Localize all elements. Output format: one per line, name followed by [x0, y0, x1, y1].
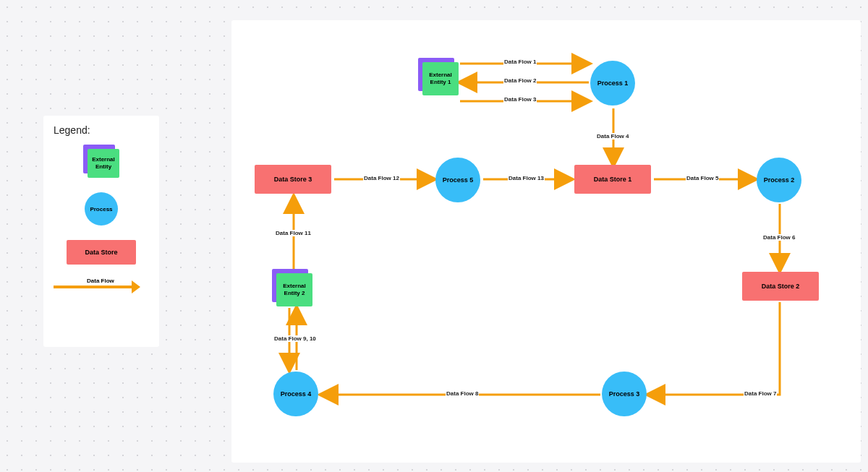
arrow-head-icon — [132, 280, 140, 293]
ds2-label: Data Store 2 — [762, 283, 800, 290]
node-process-4[interactable]: Process 4 — [273, 372, 318, 416]
legend-data-store: Data Store — [43, 240, 159, 265]
external-entity-icon: External Entity — [83, 145, 119, 178]
data-store-label: Data Store — [85, 249, 117, 256]
flow-label-2: Data Flow 2 — [503, 77, 537, 84]
p4-label: Process 4 — [281, 390, 312, 398]
flow-label-5: Data Flow 5 — [686, 175, 719, 181]
flow-label-9-10: Data Flow 9, 10 — [273, 335, 317, 342]
node-data-store-3[interactable]: Data Store 3 — [255, 165, 331, 194]
flow-label-7: Data Flow 7 — [744, 390, 777, 397]
node-process-1[interactable]: Process 1 — [590, 61, 635, 106]
arrow-line-icon — [54, 286, 133, 288]
legend-external-entity: External Entity — [43, 145, 159, 178]
process-label: Process — [90, 206, 112, 213]
external-entity-label: External Entity — [88, 149, 119, 178]
ee1-label: External Entity 1 — [422, 62, 459, 95]
process-icon: Process — [85, 192, 118, 226]
node-data-store-2[interactable]: Data Store 2 — [742, 272, 819, 301]
node-external-entity-2[interactable]: External Entity 2 — [272, 269, 315, 308]
ds1-label: Data Store 1 — [594, 176, 632, 183]
flow-label-13: Data Flow 13 — [508, 175, 545, 181]
node-external-entity-1[interactable]: External Entity 1 — [418, 58, 461, 97]
ee2-label: External Entity 2 — [276, 273, 312, 306]
node-process-2[interactable]: Process 2 — [757, 158, 801, 202]
legend-title: Legend: — [54, 124, 159, 136]
node-process-5[interactable]: Process 5 — [435, 158, 480, 202]
data-flow-label: Data Flow — [87, 278, 114, 284]
flow-label-11: Data Flow 11 — [275, 230, 312, 236]
flow-label-12: Data Flow 12 — [363, 175, 400, 181]
legend-data-flow: Data Flow — [54, 279, 149, 293]
flow-label-3: Data Flow 3 — [503, 96, 537, 103]
node-process-3[interactable]: Process 3 — [602, 372, 647, 416]
flow-label-1: Data Flow 1 — [503, 59, 537, 65]
legend-panel: Legend: External Entity Process Data Sto… — [43, 116, 159, 347]
flow-label-6: Data Flow 6 — [762, 234, 796, 241]
data-store-icon: Data Store — [67, 240, 136, 265]
page: Legend: External Entity Process Data Sto… — [0, 0, 868, 472]
p5-label: Process 5 — [443, 176, 474, 184]
p3-label: Process 3 — [609, 390, 640, 398]
flow-label-4: Data Flow 4 — [596, 133, 629, 140]
ds3-label: Data Store 3 — [274, 176, 312, 183]
p1-label: Process 1 — [597, 80, 629, 87]
legend-process: Process — [43, 192, 159, 226]
p2-label: Process 2 — [764, 176, 795, 184]
flow-label-8: Data Flow 8 — [446, 390, 479, 397]
node-data-store-1[interactable]: Data Store 1 — [574, 165, 651, 194]
diagram-canvas[interactable]: Data Flow 1 Data Flow 2 Data Flow 3 Data… — [231, 20, 861, 463]
